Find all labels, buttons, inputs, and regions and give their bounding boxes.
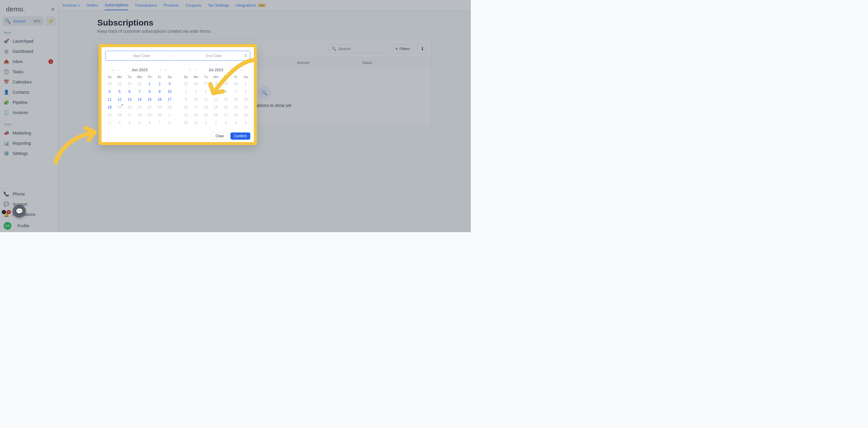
day-cell[interactable]: 25 [201, 111, 211, 119]
dow-row: SuMoTuWeThFrSa [104, 74, 175, 80]
day-cell[interactable]: 20 [125, 103, 134, 111]
day-cell[interactable]: 22 [241, 103, 251, 111]
day-cell[interactable]: 8 [241, 88, 251, 96]
days-grid-right: 2526272829301234567891011121314151617181… [181, 80, 251, 127]
day-cell[interactable]: 31 [134, 80, 145, 88]
day-cell[interactable]: 1 [145, 80, 154, 88]
day-cell[interactable]: 27 [125, 111, 134, 119]
day-cell[interactable]: 3 [115, 119, 124, 127]
day-cell[interactable]: 1 [201, 119, 211, 127]
day-cell[interactable]: 17 [191, 103, 201, 111]
day-cell[interactable]: 8 [145, 88, 154, 96]
day-cell[interactable]: 31 [191, 119, 201, 127]
day-cell[interactable]: 7 [134, 88, 145, 96]
day-cell[interactable]: 15 [241, 96, 251, 103]
clear-button[interactable]: Clear [212, 132, 228, 140]
day-cell[interactable]: 4 [125, 119, 134, 127]
start-date-input[interactable]: Start Date → [105, 51, 178, 60]
day-cell[interactable]: 13 [125, 96, 134, 103]
day-cell[interactable]: 29 [241, 111, 251, 119]
day-cell[interactable]: 28 [134, 111, 145, 119]
day-cell[interactable]: 8 [165, 119, 175, 127]
day-cell[interactable]: 16 [154, 96, 164, 103]
day-cell[interactable]: 5 [241, 119, 251, 127]
prev-year-icon[interactable]: « [188, 68, 192, 72]
day-cell[interactable]: 24 [191, 111, 201, 119]
day-cell[interactable]: 28 [231, 111, 241, 119]
day-cell[interactable]: 29 [145, 111, 154, 119]
prev-year-icon[interactable]: « [111, 68, 115, 72]
prev-month-icon[interactable]: ‹ [117, 68, 121, 72]
day-cell[interactable]: 2 [181, 88, 191, 96]
day-cell[interactable]: 23 [181, 111, 191, 119]
next-month-icon[interactable]: › [158, 68, 162, 72]
day-cell[interactable]: 18 [201, 103, 211, 111]
day-cell[interactable]: 26 [211, 111, 221, 119]
day-cell[interactable]: 5 [134, 119, 145, 127]
day-cell[interactable]: 28 [211, 80, 221, 88]
day-cell[interactable]: 18 [104, 103, 115, 111]
day-cell[interactable]: 16 [181, 103, 191, 111]
day-cell[interactable]: 29 [221, 80, 231, 88]
day-cell[interactable]: 11 [201, 96, 211, 103]
day-cell[interactable]: 6 [125, 88, 134, 96]
day-cell[interactable]: 14 [134, 96, 145, 103]
day-cell[interactable]: 4 [201, 88, 211, 96]
day-cell[interactable]: 2 [211, 119, 221, 127]
day-cell[interactable]: 25 [104, 111, 115, 119]
day-cell[interactable]: 2 [104, 119, 115, 127]
day-cell[interactable]: 25 [181, 80, 191, 88]
day-cell[interactable]: 3 [221, 119, 231, 127]
chat-fab[interactable]: 💬 [12, 204, 26, 218]
day-cell[interactable]: 7 [154, 119, 164, 127]
day-cell[interactable]: 1 [165, 111, 175, 119]
day-cell[interactable]: 10 [191, 96, 201, 103]
day-cell[interactable]: 6 [145, 119, 154, 127]
day-cell[interactable]: 19 [211, 103, 221, 111]
day-cell[interactable]: 19 [115, 103, 124, 111]
day-cell[interactable]: 17 [165, 96, 175, 103]
day-cell[interactable]: 4 [231, 119, 241, 127]
day-cell[interactable]: 21 [231, 103, 241, 111]
prev-month-icon[interactable]: ‹ [194, 68, 198, 72]
day-cell[interactable]: 27 [201, 80, 211, 88]
day-cell[interactable]: 21 [134, 103, 145, 111]
day-cell[interactable]: 22 [145, 103, 154, 111]
day-cell[interactable]: 13 [221, 96, 231, 103]
day-cell[interactable]: 12 [115, 96, 124, 103]
day-cell[interactable]: 30 [154, 111, 164, 119]
day-cell[interactable]: 5 [211, 88, 221, 96]
day-cell[interactable]: 4 [104, 88, 115, 96]
next-year-icon[interactable]: » [164, 68, 168, 72]
day-cell[interactable]: 27 [221, 111, 231, 119]
day-cell[interactable]: 11 [104, 96, 115, 103]
next-month-icon[interactable]: › [234, 68, 238, 72]
day-cell[interactable]: 30 [125, 80, 134, 88]
day-cell[interactable]: 28 [104, 80, 115, 88]
day-cell[interactable]: 3 [165, 80, 175, 88]
confirm-button[interactable]: Confirm [230, 132, 250, 140]
day-cell[interactable]: 12 [211, 96, 221, 103]
day-cell[interactable]: 20 [221, 103, 231, 111]
day-cell[interactable]: 23 [154, 103, 164, 111]
day-cell[interactable]: 26 [191, 80, 201, 88]
day-cell[interactable]: 9 [154, 88, 164, 96]
day-cell[interactable]: 30 [231, 80, 241, 88]
day-cell[interactable]: 30 [181, 119, 191, 127]
day-cell[interactable]: 15 [145, 96, 154, 103]
day-cell[interactable]: 10 [165, 88, 175, 96]
day-cell[interactable]: 2 [154, 80, 164, 88]
day-cell[interactable]: 3 [191, 88, 201, 96]
day-cell[interactable]: 5 [115, 88, 124, 96]
day-cell[interactable]: 24 [165, 103, 175, 111]
dow-cell: Mo [115, 75, 124, 79]
day-cell[interactable]: 7 [231, 88, 241, 96]
day-cell[interactable]: 26 [115, 111, 124, 119]
day-cell[interactable]: 6 [221, 88, 231, 96]
day-cell[interactable]: 9 [181, 96, 191, 103]
end-date-input[interactable]: End Date 🗓 [178, 51, 250, 60]
day-cell[interactable]: 29 [115, 80, 124, 88]
day-cell[interactable]: 1 [241, 80, 251, 88]
day-cell[interactable]: 14 [231, 96, 241, 103]
next-year-icon[interactable]: » [240, 68, 244, 72]
